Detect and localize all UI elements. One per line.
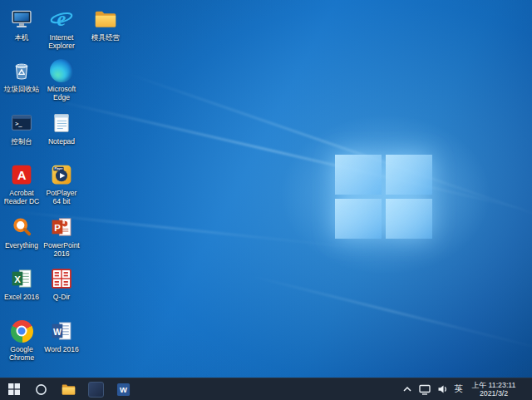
desktop-icon-internet-explorer[interactable]: e Internet Explorer	[42, 7, 81, 57]
powerpoint-icon: P	[49, 215, 74, 240]
tray-chevron-up-button[interactable]	[402, 385, 412, 393]
clock-date: 2021/3/2	[470, 389, 518, 398]
clock-time: 上午 11:23:11	[470, 381, 518, 389]
desktop-icon-label: 控制台	[11, 137, 32, 146]
network-tray-button[interactable]	[419, 384, 431, 395]
desktop-icon-label: Q-Dir	[53, 293, 70, 301]
desktop-icon-word[interactable]: W Word 2016	[42, 319, 81, 368]
desktop-icon-chrome[interactable]: Google Chrome	[2, 319, 42, 368]
svg-text:Player: Player	[55, 167, 64, 170]
desktop-icon-this-pc[interactable]: 本机	[2, 7, 42, 57]
network-icon	[419, 384, 431, 395]
desktop-icon-console[interactable]: >_ 控制台	[2, 111, 42, 160]
desktop-icon-qdir[interactable]: Q-Dir	[42, 266, 81, 316]
search-icon	[35, 383, 47, 396]
notepad-icon	[49, 111, 74, 136]
file-explorer-button[interactable]	[55, 378, 82, 400]
qdir-icon	[49, 266, 74, 291]
windows-desktop: 本机 e Internet Explorer 模具经营 垃圾回收站	[0, 0, 532, 400]
file-explorer-icon	[61, 382, 76, 398]
desktop-icon-label: 模具经营	[91, 33, 120, 42]
svg-text:X: X	[14, 274, 21, 284]
folder-icon	[93, 7, 118, 32]
desktop-icon-potplayer[interactable]: Player PotPlayer 64 bit	[42, 162, 81, 212]
chevron-up-icon	[402, 385, 412, 393]
desktop-icon-label: PotPlayer 64 bit	[42, 189, 81, 205]
windows-start-icon	[8, 383, 20, 395]
desktop-icon-label: Word 2016	[44, 345, 78, 353]
desktop-icon-label: Excel 2016	[4, 293, 39, 301]
this-pc-icon	[9, 7, 34, 32]
windows-logo	[335, 155, 432, 239]
desktop-icon-label: 垃圾回收站	[4, 85, 40, 93]
windows-logo-pane	[335, 155, 382, 195]
excel-icon: X	[9, 266, 34, 291]
svg-text:>_: >_	[15, 121, 22, 127]
system-tray: 英 上午 11:23:11 2021/3/2	[402, 378, 532, 400]
desktop-icon-acrobat-reader[interactable]: A Acrobat Reader DC	[2, 162, 42, 212]
svg-text:W: W	[53, 327, 62, 337]
desktop-icon-folder[interactable]: 模具经营	[86, 7, 126, 57]
desktop-icon-label: Everything	[5, 241, 38, 249]
windows-logo-pane	[386, 155, 432, 195]
word-taskbar-icon: W	[116, 383, 131, 397]
taskbar-clock[interactable]: 上午 11:23:11 2021/3/2	[470, 381, 518, 398]
acrobat-reader-icon: A	[9, 162, 34, 187]
svg-text:W: W	[120, 385, 127, 394]
ime-indicator[interactable]: 英	[455, 383, 464, 395]
chrome-icon	[9, 319, 34, 343]
pinned-app-button[interactable]	[82, 378, 110, 400]
volume-tray-button[interactable]	[437, 384, 448, 394]
windows-logo-pane	[335, 199, 382, 239]
console-icon: >_	[9, 111, 34, 136]
word-taskbar-button[interactable]: W	[110, 378, 137, 400]
desktop-icon-powerpoint[interactable]: P PowerPoint 2016	[42, 215, 81, 264]
svg-text:A: A	[17, 169, 27, 182]
desktop-icon-label: Notepad	[48, 137, 75, 146]
potplayer-icon: Player	[49, 162, 74, 187]
taskbar: W 英 上午 11:	[0, 378, 532, 400]
recycle-bin-icon	[9, 58, 34, 83]
desktop-icon-label: Internet Explorer	[42, 33, 81, 50]
everything-icon	[9, 215, 34, 240]
desktop-icon-label: PowerPoint 2016	[42, 241, 81, 258]
desktop-icon-label: 本机	[15, 33, 29, 42]
light-beam	[249, 274, 532, 353]
desktop-icon-label: Acrobat Reader DC	[2, 189, 42, 205]
edge-icon	[49, 58, 74, 83]
desktop-icon-recycle-bin[interactable]: 垃圾回收站	[2, 58, 42, 108]
svg-text:P: P	[54, 223, 61, 233]
desktop-icon-notepad[interactable]: Notepad	[42, 111, 81, 160]
pinned-app-icon	[88, 382, 104, 398]
desktop-icon-excel[interactable]: X Excel 2016	[2, 266, 42, 316]
speaker-icon	[437, 384, 448, 394]
word-icon: W	[49, 319, 74, 343]
desktop-icon-label: Google Chrome	[2, 345, 42, 362]
desktop-icon-microsoft-edge[interactable]: Microsoft Edge	[42, 58, 81, 108]
desktop-icon-label: Microsoft Edge	[42, 85, 81, 101]
svg-text:e: e	[57, 7, 66, 30]
internet-explorer-icon: e	[49, 7, 74, 32]
start-button[interactable]	[0, 378, 27, 400]
search-button[interactable]	[27, 378, 55, 400]
windows-logo-pane	[386, 199, 432, 239]
desktop-icon-everything[interactable]: Everything	[2, 215, 42, 264]
